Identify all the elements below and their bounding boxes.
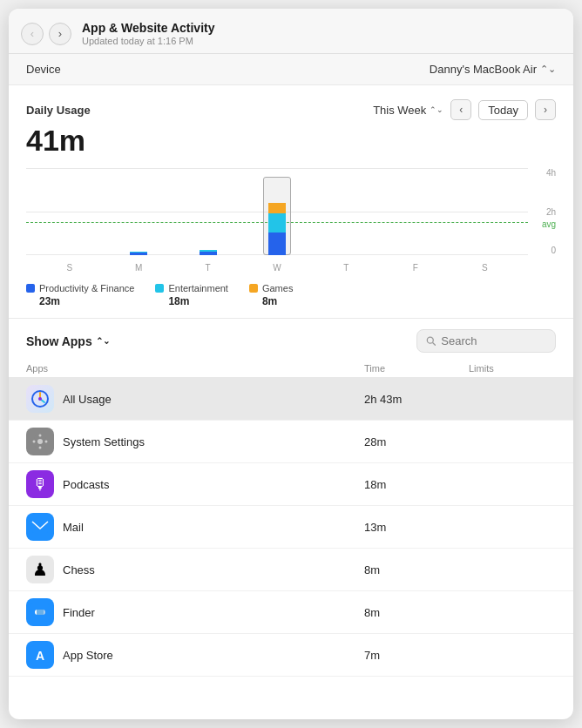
app-time-chess: 8m: [364, 563, 469, 576]
app-cell-all-usage: All Usage: [26, 385, 364, 413]
legend-item-games: Games 8m: [249, 283, 293, 307]
app-time-all-usage: 2h 43m: [364, 393, 469, 406]
show-apps-button[interactable]: Show Apps ⌃⌄: [26, 334, 110, 348]
app-row-mail[interactable]: Mail 13m: [9, 506, 573, 549]
svg-point-5: [37, 439, 43, 444]
app-cell-finder: Finder: [26, 598, 364, 626]
avg-label: avg: [542, 219, 556, 229]
bars-area: [26, 168, 528, 255]
app-row-chess[interactable]: ♟ Chess 8m: [9, 549, 573, 591]
main-window: ‹ › App & Website Activity Updated today…: [9, 9, 573, 719]
time-controls: This Week ⌃⌄ ‹ Today ›: [373, 99, 556, 120]
legend-name-games: Games: [262, 283, 293, 293]
device-chevron-icon: ⌃⌄: [540, 64, 556, 75]
window-title: App & Website Activity: [82, 21, 558, 35]
x-label-w: W: [242, 263, 311, 273]
show-apps-label: Show Apps: [26, 334, 92, 348]
app-row-app-store[interactable]: A App Store 7m: [9, 634, 573, 677]
window-subtitle: Updated today at 1:16 PM: [82, 36, 558, 46]
app-cell-mail: Mail: [26, 513, 364, 541]
bar-col-t1: [173, 168, 242, 255]
legend-name-entertainment: Entertainment: [168, 283, 227, 293]
bar-col-t2: [312, 168, 381, 255]
col-header-time: Time: [364, 363, 469, 374]
app-name-finder: Finder: [63, 606, 95, 619]
svg-text:A: A: [36, 649, 44, 663]
x-label-f: F: [381, 263, 450, 273]
app-row-podcasts[interactable]: 🎙 Podcasts 18m: [9, 463, 573, 506]
app-name-podcasts: Podcasts: [63, 478, 109, 491]
app-row-system-settings[interactable]: System Settings 28m: [9, 421, 573, 463]
app-time-finder: 8m: [364, 606, 469, 619]
prev-period-button[interactable]: ‹: [450, 99, 471, 120]
bar-stack-m: [130, 252, 147, 255]
device-label: Device: [26, 63, 61, 76]
col-header-limits: Limits: [469, 363, 556, 374]
today-button[interactable]: Today: [478, 100, 528, 120]
legend-dot-entertainment: [155, 284, 164, 293]
legend-header-productivity: Productivity & Finance: [26, 283, 134, 293]
app-row-finder[interactable]: Finder 8m: [9, 591, 573, 634]
app-icon-mail: [26, 513, 54, 541]
forward-button[interactable]: ›: [49, 23, 71, 45]
legend-item-productivity: Productivity & Finance 23m: [26, 283, 134, 307]
app-icon-podcasts: 🎙: [26, 470, 54, 498]
y-label-0: 0: [551, 246, 556, 255]
x-label-s1: S: [35, 263, 104, 273]
apps-toolbar: Show Apps ⌃⌄: [9, 319, 573, 360]
app-icon-app-store: A: [26, 641, 54, 669]
bar-seg-prod-m: [130, 253, 147, 255]
legend-dot-games: [249, 284, 258, 293]
y-label-2h: 2h: [546, 207, 556, 217]
app-icon-system-settings: [26, 428, 54, 455]
col-header-apps: Apps: [26, 363, 364, 374]
legend-dot-productivity: [26, 284, 35, 293]
x-axis-labels: S M T W T F S: [26, 263, 528, 273]
back-button[interactable]: ‹: [21, 23, 44, 45]
nav-buttons: ‹ ›: [21, 23, 71, 45]
app-time-podcasts: 18m: [364, 478, 469, 491]
bar-col-s2: [450, 168, 519, 255]
titlebar: ‹ › App & Website Activity Updated today…: [9, 9, 573, 54]
usage-amount: 41m: [26, 124, 556, 158]
bar-col-f: [381, 168, 450, 255]
svg-rect-14: [37, 610, 44, 615]
app-time-mail: 13m: [364, 521, 469, 534]
bar-seg-games-w: [268, 203, 286, 213]
app-name-chess: Chess: [63, 563, 95, 576]
bar-seg-prod-t1: [200, 252, 217, 255]
x-label-s2: S: [450, 263, 519, 273]
device-name: Danny's MacBook Air: [430, 63, 537, 76]
app-name-mail: Mail: [63, 521, 84, 534]
back-icon: ‹: [30, 27, 34, 40]
device-bar: Device Danny's MacBook Air ⌃⌄: [9, 54, 573, 85]
bar-seg-prod-w: [268, 233, 286, 255]
app-name-system-settings: System Settings: [63, 435, 145, 448]
content-area: Daily Usage This Week ⌃⌄ ‹ Today › 41m 4…: [9, 85, 573, 719]
search-input[interactable]: [441, 334, 546, 347]
app-row-all-usage[interactable]: All Usage 2h 43m: [9, 378, 573, 421]
time-period-label: This Week: [373, 104, 426, 117]
svg-point-8: [33, 441, 36, 443]
time-period-selector[interactable]: This Week ⌃⌄: [373, 104, 443, 117]
title-area: App & Website Activity Updated today at …: [82, 21, 558, 46]
legend-item-entertainment: Entertainment 18m: [155, 283, 227, 307]
legend-time-entertainment: 18m: [168, 295, 227, 307]
daily-usage-label: Daily Usage: [26, 104, 91, 117]
x-label-m: M: [104, 263, 173, 273]
chart-section: Daily Usage This Week ⌃⌄ ‹ Today › 41m 4…: [9, 85, 573, 319]
next-period-button[interactable]: ›: [535, 99, 556, 120]
search-box[interactable]: [416, 329, 556, 353]
bar-chart: 4h 2h 0 avg: [26, 168, 556, 273]
app-icon-all-usage: [26, 385, 54, 413]
device-selector[interactable]: Danny's MacBook Air ⌃⌄: [430, 63, 556, 76]
show-apps-chevron-icon: ⌃⌄: [96, 336, 110, 346]
x-label-t1: T: [173, 263, 242, 273]
bar-stack-w: [268, 203, 286, 255]
app-cell-podcasts: 🎙 Podcasts: [26, 470, 364, 498]
chart-header: Daily Usage This Week ⌃⌄ ‹ Today ›: [26, 99, 556, 120]
app-cell-app-store: A App Store: [26, 641, 364, 669]
svg-point-0: [427, 337, 433, 343]
legend-name-productivity: Productivity & Finance: [39, 283, 134, 293]
bar-stack-t1: [200, 250, 217, 255]
